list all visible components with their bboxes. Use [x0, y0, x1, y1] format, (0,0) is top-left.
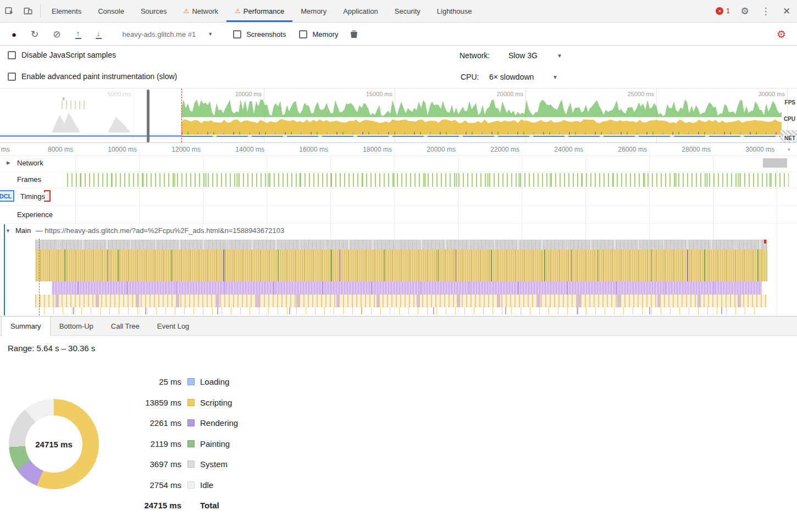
tab-label: Event Log [157, 322, 190, 330]
tab-event-log[interactable]: Event Log [148, 317, 198, 335]
tab-summary[interactable]: Summary [1, 317, 51, 336]
scrollbar-arrow-icon[interactable]: ▾ [788, 147, 790, 152]
overview-time-label: 15000 ms [337, 91, 392, 97]
tab-lighthouse[interactable]: Lighthouse [429, 0, 480, 22]
time-tick-label: 22000 ms [459, 146, 519, 153]
tab-performance[interactable]: ⚠Performance [226, 0, 292, 22]
legend-row-loading: 25 ms Loading [0, 377, 341, 388]
net-lane-label: NET [783, 135, 796, 141]
track-label-timings[interactable]: Timings [19, 192, 47, 201]
close-devtools-button[interactable]: ✕ [776, 0, 797, 22]
inspect-element-button[interactable] [0, 0, 19, 22]
time-tick-label: 8000 ms [13, 146, 73, 153]
tab-sources[interactable]: Sources [132, 0, 175, 22]
more-options-button[interactable]: ⋮ [755, 0, 776, 22]
time-tick-label: 24000 ms [523, 146, 583, 153]
legend-swatch-scripting [187, 399, 195, 406]
tab-console[interactable]: Console [90, 0, 132, 22]
time-tick-label: 26000 ms [586, 146, 647, 153]
memory-toggle[interactable]: Memory [299, 30, 338, 38]
flame-chart-rendering-row[interactable] [52, 281, 762, 295]
advanced-paint-toggle[interactable]: Enable advanced paint instrumentation (s… [8, 72, 177, 81]
trash-icon [350, 30, 358, 38]
collapse-icon[interactable]: ▼ [5, 228, 10, 234]
legend-label: System [200, 459, 228, 469]
error-badge[interactable]: ✕ 1 [711, 0, 734, 22]
legend-row-scripting: 13859 ms Scripting [0, 398, 341, 409]
row-separator [0, 188, 797, 189]
legend-row-rendering: 2261 ms Rendering [0, 418, 341, 429]
history-selector[interactable]: heavy-ads.glitch.me #1 ▼ [123, 30, 213, 38]
track-label-experience[interactable]: Experience [15, 210, 54, 219]
horizontal-scrollbar-thumb[interactable] [763, 158, 787, 168]
time-tick-label: 30000 ms [714, 146, 774, 153]
screenshots-checkbox[interactable] [233, 30, 241, 38]
tab-application[interactable]: Application [335, 0, 386, 22]
track-label-network[interactable]: Network [15, 159, 45, 167]
clear-recording-button[interactable]: ⊘ [53, 30, 60, 39]
settings-button[interactable]: ⚙ [734, 0, 755, 22]
record-button[interactable]: ● [12, 30, 16, 38]
flame-chart-task-row[interactable] [35, 240, 767, 250]
legend-total-value: 24715 ms [99, 501, 181, 510]
legend-swatch-system [187, 461, 195, 468]
advanced-paint-label: Enable advanced paint instrumentation (s… [21, 72, 177, 81]
capture-settings-button[interactable]: ⚙ [777, 28, 786, 41]
flame-chart-scripting-row[interactable] [35, 265, 767, 281]
warning-icon: ⚠ [184, 8, 190, 14]
time-tick-label: 16000 ms [268, 146, 328, 153]
legend-value: 2754 ms [99, 480, 181, 490]
overview-selection-handle[interactable] [147, 90, 150, 142]
tab-label: Summary [10, 322, 41, 330]
tab-security[interactable]: Security [386, 0, 429, 22]
memory-label: Memory [312, 30, 338, 38]
legend-swatch-rendering [187, 419, 195, 426]
tracks-canvas[interactable]: ▶ Network Frames DCL Timings Experience … [0, 156, 797, 316]
flame-chart-mixed-row[interactable] [35, 295, 766, 307]
overview-unselected-region[interactable] [0, 88, 181, 142]
summary-panel: Range: 5.64 s – 30.36 s 24715 ms 25 ms L… [0, 336, 797, 532]
cpu-lane-label: CPU [783, 116, 796, 122]
viewport-marker-line [4, 224, 5, 315]
tab-elements[interactable]: Elements [43, 0, 90, 22]
tab-label: Bottom-Up [59, 322, 93, 330]
cpu-throttle-label: CPU: [461, 73, 479, 81]
reload-and-record-button[interactable]: ↻ [31, 30, 38, 39]
legend-value: 3697 ms [99, 459, 181, 469]
disable-js-samples-toggle[interactable]: Disable JavaScript samples [8, 51, 116, 59]
tab-bottom-up[interactable]: Bottom-Up [51, 317, 102, 335]
overview-time-label: 25000 ms [599, 91, 654, 97]
legend-label: Idle [200, 480, 213, 490]
garbage-collect-button[interactable] [345, 30, 363, 38]
frames-activity[interactable] [67, 173, 789, 187]
network-throttle-select[interactable]: Slow 3G [508, 51, 538, 60]
dropdown-icon[interactable]: ▼ [557, 53, 562, 59]
tab-label: Network [192, 7, 218, 15]
range-label: Range: 5.64 s – 30.36 s [8, 343, 95, 353]
track-label-frames[interactable]: Frames [15, 175, 43, 184]
expand-icon[interactable]: ▶ [7, 160, 10, 165]
tab-memory[interactable]: Memory [292, 0, 335, 22]
track-label-main[interactable]: Main — https://heavy-ads.glitch.me/?ad=%… [15, 226, 284, 235]
tab-network[interactable]: ⚠Network [175, 0, 226, 22]
legend-label: Scripting [200, 398, 232, 407]
tab-call-tree[interactable]: Call Tree [102, 317, 148, 335]
flame-chart-sparse-row[interactable] [44, 307, 759, 314]
memory-checkbox[interactable] [299, 30, 307, 38]
screenshots-label: Screenshots [246, 30, 286, 38]
device-toolbar-button[interactable] [19, 0, 37, 22]
load-profile-button[interactable]: ↑ [75, 30, 81, 39]
error-icon: ✕ [716, 7, 723, 15]
overview-track[interactable]: FPS CPU NET 5000 ms10000 ms15000 ms20000… [0, 88, 797, 143]
flame-chart-scripting-row[interactable] [35, 250, 767, 265]
disable-js-samples-checkbox[interactable] [8, 51, 16, 59]
dcl-marker[interactable]: DCL [0, 190, 14, 202]
dropdown-icon[interactable]: ▼ [552, 74, 558, 80]
screenshots-toggle[interactable]: Screenshots [233, 30, 286, 38]
tab-label: Lighthouse [437, 7, 472, 15]
legend-row-system: 3697 ms System [0, 459, 341, 470]
save-profile-button[interactable]: ↓ [96, 30, 102, 39]
cpu-throttle-select[interactable]: 6× slowdown [489, 73, 534, 81]
time-tick-label: 10000 ms [76, 146, 137, 153]
advanced-paint-checkbox[interactable] [8, 73, 16, 81]
